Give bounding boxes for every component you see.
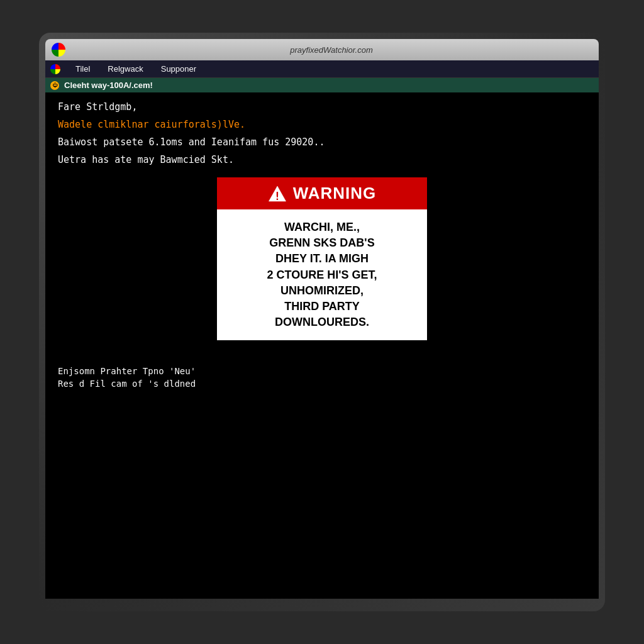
warning-body: WARCHI, ME., GRENN SKS DAB'S DHEY IT. IA… [217,209,427,340]
warning-header: ! WARNING [217,177,427,209]
footer: Enjsomn Prahter Tpno 'Neu' Res d Fil cam… [45,361,599,396]
svg-text:!: ! [274,189,280,202]
warning-triangle-icon: ! [268,184,287,203]
content-line-4: Uetra has ate may Bawmcied Skt. [58,154,586,165]
content-area: Fare Strldgmb, Wadele clmiklnar caiurfor… [45,92,599,361]
warning-title-text: WARNING [293,184,377,203]
menu-item-relgwack[interactable]: Relgwack [105,63,145,75]
menu-apple-group [50,64,60,74]
tab-power-icon: ⏻ [50,81,59,90]
browser-chrome: prayfixedWatchior.com [45,39,599,60]
content-line-3: Baiwost patsete 6.1oms and Ieanifam fus … [58,136,586,148]
warning-box: ! WARNING WARCHI, ME., GRENN SKS DAB'S D… [215,175,429,342]
content-line-1: Fare Strldgmb, [58,101,586,113]
screen: Tilel Relgwack Supponer ⏻ Cleeht way-100… [45,60,599,599]
warning-body-text: WARCHI, ME., GRENN SKS DAB'S DHEY IT. IA… [226,219,418,330]
menu-item-supponer[interactable]: Supponer [158,63,199,75]
tab-title[interactable]: Cleeht way-100A/.cem! [64,80,153,90]
browser-url-bar[interactable]: prayfixedWatchior.com [70,45,592,55]
apple-logo-icon [50,64,60,74]
browser-icon [52,43,65,57]
content-line-2: Wadele clmiklnar caiurforals)lVe. [58,119,586,130]
monitor: prayfixedWatchior.com Tilel Relgwack Sup… [39,33,605,611]
menubar: Tilel Relgwack Supponer [45,60,599,78]
footer-line-2: Res d Fil cam of 's dldned [58,379,586,389]
footer-line-1: Enjsomn Prahter Tpno 'Neu' [58,366,586,376]
menu-item-tilel[interactable]: Tilel [73,63,92,75]
tab-bar: ⏻ Cleeht way-100A/.cem! [45,78,599,92]
